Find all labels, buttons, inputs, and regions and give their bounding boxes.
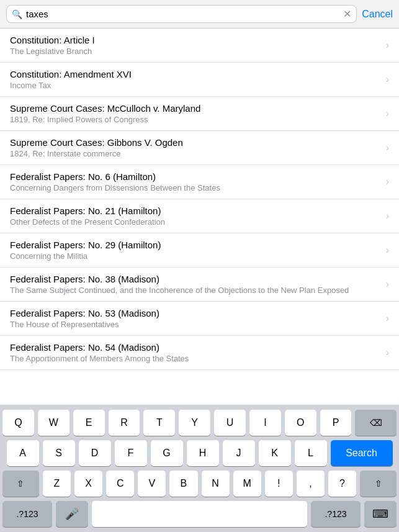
result-text: Supreme Court Cases: Gibbons V. Ogden 18… xyxy=(10,137,381,158)
key-s[interactable]: S xyxy=(43,440,75,466)
result-subtitle: 1819, Re: Implied Powers of Congress xyxy=(10,115,381,124)
chevron-icon: › xyxy=(386,40,389,51)
result-title: Federalist Papers: No. 38 (Madison) xyxy=(10,274,381,284)
search-input-wrap: 🔍 ✕ xyxy=(6,5,357,23)
list-item[interactable]: Federalist Papers: No. 29 (Hamilton) Con… xyxy=(0,233,399,268)
key-exclaim[interactable]: ! xyxy=(265,471,293,497)
list-item[interactable]: Constitution: Article I The Legislative … xyxy=(0,29,399,63)
result-title: Constitution: Amendment XVI xyxy=(10,69,381,79)
result-text: Constitution: Article I The Legislative … xyxy=(10,35,381,56)
result-subtitle: The Apportionment of Members Among the S… xyxy=(10,354,381,363)
key-question[interactable]: ? xyxy=(328,471,356,497)
key-mic[interactable]: 🎤 xyxy=(56,501,88,527)
list-item[interactable]: American Crisis by Thomas Paine, 1776: T… xyxy=(0,370,399,372)
key-f[interactable]: F xyxy=(115,440,147,466)
result-text: Federalist Papers: No. 21 (Hamilton) Oth… xyxy=(10,205,381,227)
keyboard-row-3: ⇧ Z X C V B N M ! , ? ⇧ xyxy=(2,471,397,497)
key-v[interactable]: V xyxy=(138,471,166,497)
chevron-icon: › xyxy=(386,74,389,85)
key-backspace[interactable]: ⌫ xyxy=(355,410,397,436)
result-subtitle: 1824, Re: Interstate commerce xyxy=(10,149,381,158)
key-b[interactable]: B xyxy=(169,471,197,497)
result-title: Federalist Papers: No. 53 (Madison) xyxy=(10,308,381,318)
search-input[interactable] xyxy=(26,9,339,19)
list-item[interactable]: Federalist Papers: No. 21 (Hamilton) Oth… xyxy=(0,199,399,233)
keyboard-row-1: Q W E R T Y U I O P ⌫ xyxy=(2,410,397,436)
search-bar: 🔍 ✕ Cancel xyxy=(0,0,399,29)
result-title: Federalist Papers: No. 29 (Hamilton) xyxy=(10,240,381,250)
keyboard-row-2: A S D F G H J K L Search xyxy=(2,440,397,466)
key-t[interactable]: T xyxy=(143,410,175,436)
result-text: Federalist Papers: No. 29 (Hamilton) Con… xyxy=(10,240,381,261)
key-e[interactable]: E xyxy=(73,410,105,436)
key-o[interactable]: O xyxy=(285,410,316,436)
key-u[interactable]: U xyxy=(214,410,246,436)
result-subtitle: Income Tax xyxy=(10,81,381,90)
chevron-icon: › xyxy=(386,313,389,324)
results-list: Constitution: Article I The Legislative … xyxy=(0,29,399,372)
key-h[interactable]: H xyxy=(187,440,219,466)
list-item[interactable]: Federalist Papers: No. 38 (Madison) The … xyxy=(0,268,399,302)
list-item[interactable]: Supreme Court Cases: Gibbons V. Ogden 18… xyxy=(0,131,399,165)
result-title: Federalist Papers: No. 21 (Hamilton) xyxy=(10,205,381,216)
result-text: Federalist Papers: No. 38 (Madison) The … xyxy=(10,274,381,295)
chevron-icon: › xyxy=(386,279,389,290)
cancel-button[interactable]: Cancel xyxy=(362,9,393,20)
list-item[interactable]: Federalist Papers: No. 6 (Hamilton) Conc… xyxy=(0,165,399,199)
key-i[interactable]: I xyxy=(249,410,281,436)
chevron-icon: › xyxy=(386,347,389,358)
result-subtitle: The House of Representatives xyxy=(10,320,381,329)
key-comma[interactable]: , xyxy=(297,471,325,497)
chevron-icon: › xyxy=(386,142,389,153)
result-title: Federalist Papers: No. 6 (Hamilton) xyxy=(10,171,381,182)
key-keyboard[interactable]: ⌨ xyxy=(364,501,397,527)
result-title: Supreme Court Cases: McCulloch v. Maryla… xyxy=(10,103,381,114)
key-r[interactable]: R xyxy=(109,410,140,436)
chevron-icon: › xyxy=(386,245,389,256)
result-text: Constitution: Amendment XVI Income Tax xyxy=(10,69,381,90)
result-text: Federalist Papers: No. 53 (Madison) The … xyxy=(10,308,381,329)
key-c[interactable]: C xyxy=(106,471,134,497)
key-q[interactable]: Q xyxy=(2,410,34,436)
chevron-icon: › xyxy=(386,108,389,119)
key-k[interactable]: K xyxy=(259,440,291,466)
clear-icon[interactable]: ✕ xyxy=(343,8,351,20)
keyboard-bottom-row: .?123 🎤 .?123 ⌨ xyxy=(2,501,397,527)
key-m[interactable]: M xyxy=(233,471,261,497)
result-subtitle: Concerning the Militia xyxy=(10,251,381,261)
result-subtitle: The Same Subject Continued, and the Inco… xyxy=(10,286,381,295)
key-g[interactable]: G xyxy=(151,440,183,466)
result-title: Supreme Court Cases: Gibbons V. Ogden xyxy=(10,137,381,148)
key-space[interactable] xyxy=(92,501,307,527)
search-button[interactable]: Search xyxy=(331,440,393,466)
key-z[interactable]: Z xyxy=(43,471,71,497)
list-item[interactable]: Supreme Court Cases: McCulloch v. Maryla… xyxy=(0,97,399,131)
result-title: Federalist Papers: No. 54 (Madison) xyxy=(10,342,381,353)
chevron-icon: › xyxy=(386,210,389,222)
chevron-icon: › xyxy=(386,176,389,187)
key-d[interactable]: D xyxy=(79,440,111,466)
result-text: Federalist Papers: No. 6 (Hamilton) Conc… xyxy=(10,171,381,192)
result-title: Constitution: Article I xyxy=(10,35,381,45)
key-p[interactable]: P xyxy=(320,410,352,436)
key-a[interactable]: A xyxy=(7,440,39,466)
list-item[interactable]: Federalist Papers: No. 53 (Madison) The … xyxy=(0,302,399,336)
list-item[interactable]: Federalist Papers: No. 54 (Madison) The … xyxy=(0,336,399,370)
key-n[interactable]: N xyxy=(202,471,230,497)
key-w[interactable]: W xyxy=(38,410,69,436)
key-numbers[interactable]: .?123 xyxy=(2,501,52,527)
key-y[interactable]: Y xyxy=(179,410,210,436)
result-text: Federalist Papers: No. 54 (Madison) The … xyxy=(10,342,381,363)
key-numbers-right[interactable]: .?123 xyxy=(311,501,361,527)
key-x[interactable]: X xyxy=(74,471,102,497)
key-shift-right[interactable]: ⇧ xyxy=(360,471,397,497)
result-subtitle: The Legislative Branch xyxy=(10,47,381,56)
keyboard: Q W E R T Y U I O P ⌫ A S D F G H J K L … xyxy=(0,405,399,532)
result-subtitle: Concerning Dangers from Dissensions Betw… xyxy=(10,183,381,192)
result-text: Supreme Court Cases: McCulloch v. Maryla… xyxy=(10,103,381,124)
key-l[interactable]: L xyxy=(295,440,327,466)
result-subtitle: Other Defects of the Present Confederati… xyxy=(10,217,381,227)
list-item[interactable]: Constitution: Amendment XVI Income Tax › xyxy=(0,63,399,97)
key-shift-left[interactable]: ⇧ xyxy=(2,471,39,497)
key-j[interactable]: J xyxy=(223,440,255,466)
